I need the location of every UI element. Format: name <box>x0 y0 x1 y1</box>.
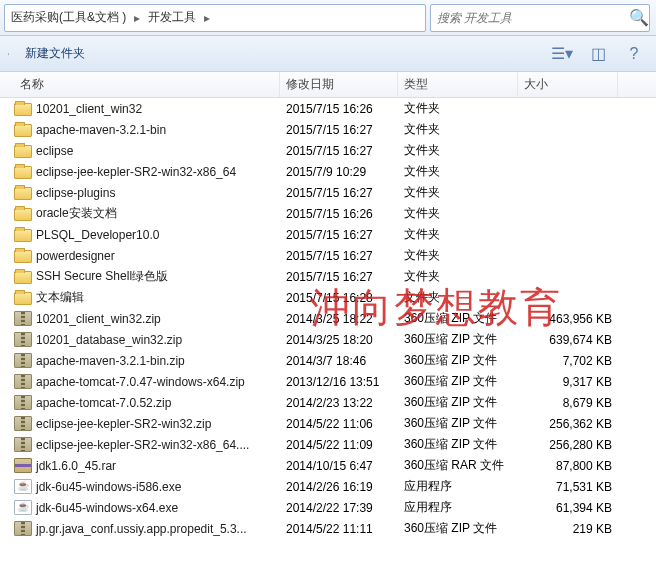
table-row[interactable]: PLSQL_Developer10.02015/7/15 16:27文件夹 <box>0 224 656 245</box>
file-type: 360压缩 ZIP 文件 <box>398 310 518 327</box>
file-date: 2015/7/15 16:26 <box>280 102 398 116</box>
header-type[interactable]: 类型 <box>398 72 518 97</box>
search-icon[interactable]: 🔍 <box>629 8 649 27</box>
table-row[interactable]: 文本编辑2015/7/15 16:28文件夹 <box>0 287 656 308</box>
file-type: 文件夹 <box>398 205 518 222</box>
table-row[interactable]: eclipse-jee-kepler-SR2-win32.zip2014/5/2… <box>0 413 656 434</box>
file-date: 2015/7/15 16:28 <box>280 291 398 305</box>
table-row[interactable]: apache-tomcat-7.0.47-windows-x64.zip2013… <box>0 371 656 392</box>
file-size: 219 KB <box>518 522 618 536</box>
view-options-icon[interactable]: ☰▾ <box>548 43 576 65</box>
zip-icon <box>14 353 32 368</box>
toolbar-dropdown[interactable] <box>8 47 9 61</box>
file-type: 文件夹 <box>398 184 518 201</box>
exe-icon <box>14 500 32 515</box>
toolbar: 新建文件夹 ☰▾ ◫ ? <box>0 36 656 72</box>
file-date: 2014/5/22 11:06 <box>280 417 398 431</box>
crumb-0[interactable]: 医药采购(工具&文档 ) <box>5 9 132 26</box>
file-name: jdk-6u45-windows-x64.exe <box>36 501 178 515</box>
table-row[interactable]: jdk1.6.0_45.rar2014/10/15 6:47360压缩 RAR … <box>0 455 656 476</box>
file-date: 2014/3/25 18:22 <box>280 312 398 326</box>
file-name: 文本编辑 <box>36 289 84 306</box>
header-name[interactable]: 名称 <box>0 72 280 97</box>
file-date: 2015/7/15 16:27 <box>280 123 398 137</box>
table-row[interactable]: eclipse-plugins2015/7/15 16:27文件夹 <box>0 182 656 203</box>
zip-icon <box>14 374 32 389</box>
file-name: jdk1.6.0_45.rar <box>36 459 116 473</box>
file-type: 360压缩 ZIP 文件 <box>398 520 518 537</box>
file-name: 10201_client_win32.zip <box>36 312 161 326</box>
folder-icon <box>14 229 32 242</box>
table-row[interactable]: 10201_client_win32.zip2014/3/25 18:22360… <box>0 308 656 329</box>
file-type: 360压缩 ZIP 文件 <box>398 352 518 369</box>
header-date[interactable]: 修改日期 <box>280 72 398 97</box>
file-type: 文件夹 <box>398 100 518 117</box>
zip-icon <box>14 521 32 536</box>
file-size: 87,800 KB <box>518 459 618 473</box>
folder-icon <box>14 166 32 179</box>
chevron-right-icon[interactable]: ▸ <box>132 11 142 25</box>
table-row[interactable]: eclipse2015/7/15 16:27文件夹 <box>0 140 656 161</box>
rar-icon <box>14 458 32 473</box>
folder-icon <box>14 250 32 263</box>
search-input[interactable] <box>431 11 629 25</box>
zip-icon <box>14 437 32 452</box>
file-date: 2014/2/22 17:39 <box>280 501 398 515</box>
file-name: oracle安装文档 <box>36 205 117 222</box>
file-name: apache-tomcat-7.0.52.zip <box>36 396 171 410</box>
header-size[interactable]: 大小 <box>518 72 618 97</box>
folder-icon <box>14 271 32 284</box>
file-type: 应用程序 <box>398 499 518 516</box>
file-type: 文件夹 <box>398 226 518 243</box>
table-row[interactable]: powerdesigner2015/7/15 16:27文件夹 <box>0 245 656 266</box>
zip-icon <box>14 395 32 410</box>
table-row[interactable]: apache-maven-3.2.1-bin.zip2014/3/7 18:46… <box>0 350 656 371</box>
file-type: 360压缩 ZIP 文件 <box>398 331 518 348</box>
table-row[interactable]: apache-tomcat-7.0.52.zip2014/2/23 13:223… <box>0 392 656 413</box>
file-date: 2014/2/26 16:19 <box>280 480 398 494</box>
table-row[interactable]: oracle安装文档2015/7/15 16:26文件夹 <box>0 203 656 224</box>
search-box[interactable]: 🔍 <box>430 4 650 32</box>
file-size: 71,531 KB <box>518 480 618 494</box>
crumb-1[interactable]: 开发工具 <box>142 9 202 26</box>
folder-icon <box>14 292 32 305</box>
table-row[interactable]: jdk-6u45-windows-i586.exe2014/2/26 16:19… <box>0 476 656 497</box>
table-row[interactable]: apache-maven-3.2.1-bin2015/7/15 16:27文件夹 <box>0 119 656 140</box>
file-date: 2013/12/16 13:51 <box>280 375 398 389</box>
file-name: eclipse-jee-kepler-SR2-win32-x86_64 <box>36 165 236 179</box>
file-date: 2015/7/15 16:27 <box>280 228 398 242</box>
table-row[interactable]: eclipse-jee-kepler-SR2-win32-x86_642015/… <box>0 161 656 182</box>
preview-pane-icon[interactable]: ◫ <box>584 43 612 65</box>
file-type: 360压缩 ZIP 文件 <box>398 436 518 453</box>
file-date: 2014/3/7 18:46 <box>280 354 398 368</box>
file-type: 文件夹 <box>398 247 518 264</box>
zip-icon <box>14 332 32 347</box>
table-row[interactable]: SSH Secure Shell绿色版2015/7/15 16:27文件夹 <box>0 266 656 287</box>
table-row[interactable]: 10201_database_win32.zip2014/3/25 18:203… <box>0 329 656 350</box>
file-type: 360压缩 ZIP 文件 <box>398 415 518 432</box>
file-type: 文件夹 <box>398 289 518 306</box>
file-date: 2014/5/22 11:09 <box>280 438 398 452</box>
table-row[interactable]: 10201_client_win322015/7/15 16:26文件夹 <box>0 98 656 119</box>
folder-icon <box>14 103 32 116</box>
file-size: 8,679 KB <box>518 396 618 410</box>
file-name: jp.gr.java_conf.ussiy.app.propedit_5.3..… <box>36 522 247 536</box>
table-row[interactable]: eclipse-jee-kepler-SR2-win32-x86_64....2… <box>0 434 656 455</box>
table-row[interactable]: jp.gr.java_conf.ussiy.app.propedit_5.3..… <box>0 518 656 539</box>
breadcrumb[interactable]: 医药采购(工具&文档 ) ▸ 开发工具 ▸ <box>4 4 426 32</box>
file-size: 7,702 KB <box>518 354 618 368</box>
file-size: 463,956 KB <box>518 312 618 326</box>
file-date: 2015/7/15 16:26 <box>280 207 398 221</box>
table-row[interactable]: jdk-6u45-windows-x64.exe2014/2/22 17:39应… <box>0 497 656 518</box>
new-folder-button[interactable]: 新建文件夹 <box>17 41 93 66</box>
file-name: powerdesigner <box>36 249 115 263</box>
file-date: 2014/10/15 6:47 <box>280 459 398 473</box>
file-size: 256,280 KB <box>518 438 618 452</box>
help-icon[interactable]: ? <box>620 43 648 65</box>
file-name: 10201_database_win32.zip <box>36 333 182 347</box>
file-list: 10201_client_win322015/7/15 16:26文件夹apac… <box>0 98 656 539</box>
zip-icon <box>14 416 32 431</box>
file-name: apache-maven-3.2.1-bin <box>36 123 166 137</box>
file-size: 9,317 KB <box>518 375 618 389</box>
chevron-right-icon[interactable]: ▸ <box>202 11 212 25</box>
